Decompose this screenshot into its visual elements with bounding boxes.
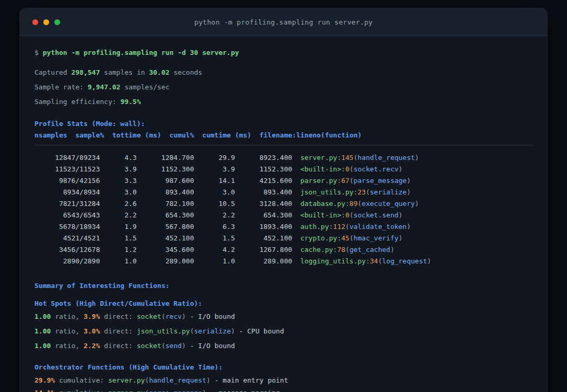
- table-row: 4521/45211.5452.1001.5452.100crypto.py:4…: [34, 233, 533, 244]
- nsamples-cell: 2890/2890: [34, 256, 100, 267]
- efficiency-value: 99.5%: [120, 98, 141, 106]
- line-number: 89: [350, 200, 358, 207]
- role-note: - main entry point: [211, 376, 288, 384]
- line-number: 145: [341, 154, 353, 162]
- cumul-pct-cell: 29.9: [194, 152, 235, 164]
- sample-pct-cell: 4.3: [100, 152, 136, 164]
- cumul-pct-cell: 14.1: [194, 175, 235, 187]
- tottime-cell: 987.600: [137, 175, 194, 187]
- module-name: json_utils.py: [137, 327, 190, 335]
- line-number: 0: [345, 165, 350, 173]
- table-row: 9876/421563.3987.60014.14215.600parser.p…: [34, 175, 533, 187]
- ratio-value: 1.00: [34, 313, 51, 320]
- cumul-pct-cell: 1.5: [194, 233, 235, 244]
- command-text: python -m profiling.sampling run -d 30 s…: [43, 49, 239, 56]
- cumtime-cell: 1893.400: [235, 221, 292, 233]
- cumtime-cell: 654.300: [235, 210, 292, 221]
- location-cell: database.py:89(execute_query): [300, 198, 533, 210]
- sample-pct-cell: 1.9: [100, 221, 136, 233]
- efficiency-label: Sampling efficiency:: [34, 98, 120, 106]
- line-number: 23: [357, 188, 366, 196]
- open-paren: (: [145, 376, 149, 384]
- file-name: crypto.py: [300, 234, 337, 242]
- table-row: 3456/126781.2345.6004.21267.800cache.py:…: [34, 244, 533, 256]
- nsamples-cell: 12847/89234: [34, 152, 100, 164]
- location-cell: parser.py:67(parse_message): [300, 175, 533, 187]
- file-name: parser.py: [300, 177, 337, 185]
- table-row: 11523/115233.91152.3003.91152.300<built-…: [34, 164, 533, 175]
- close-paren: ): [182, 342, 186, 350]
- cumul-pct-cell: 4.2: [194, 244, 235, 256]
- function-name: validate_token: [350, 223, 407, 230]
- tottime-cell: 893.400: [137, 187, 194, 198]
- colon: :: [345, 200, 350, 207]
- line-number: 112: [333, 223, 345, 230]
- tottime-cell: 567.800: [137, 221, 194, 233]
- line-number: 34: [370, 257, 378, 265]
- location-cell: auth.py:112(validate_token): [300, 221, 533, 233]
- line-number: 0: [345, 211, 350, 219]
- direct-label: direct:: [100, 327, 136, 335]
- cumul-pct-cell: 1.0: [194, 256, 235, 267]
- location-cell: json_utils.py:23(serialize): [300, 187, 533, 198]
- line-number: 78: [337, 246, 345, 253]
- sample-rate-line: Sample rate: 9,947.02 samples/sec: [34, 82, 533, 93]
- orchestrator-item: 14.1% cumulative: parser.py(parse_messag…: [34, 387, 533, 392]
- close-paren: ): [407, 223, 411, 230]
- cumul-pct-cell: 2.2: [194, 210, 235, 221]
- table-row: 7821/312842.6782.10010.53128.400database…: [34, 198, 533, 210]
- module-name: server.py: [108, 376, 145, 384]
- close-paren: ): [399, 211, 403, 219]
- hot-spots-heading: Hot Spots (High Direct/Cumulative Ratio)…: [34, 298, 533, 309]
- nsamples-cell: 7821/31284: [34, 198, 100, 210]
- sample-pct-cell: 1.2: [100, 244, 136, 256]
- cumtime-cell: 1267.800: [235, 244, 292, 256]
- open-paren: (: [161, 342, 166, 350]
- prompt-symbol: $: [34, 49, 43, 56]
- rate-label: Sample rate:: [34, 83, 88, 91]
- cumul-pct-cell: 10.5: [194, 198, 235, 210]
- table-row: 8934/89343.0893.4003.0893.400json_utils.…: [34, 187, 533, 198]
- seconds-label: seconds: [169, 68, 202, 76]
- cumulative-pct: 29.9%: [34, 376, 55, 384]
- cumtime-cell: 3128.400: [235, 198, 292, 210]
- tottime-cell: 1284.700: [137, 152, 194, 164]
- sample-pct-cell: 1.5: [100, 233, 136, 244]
- bound-note: - I/O bound: [186, 313, 235, 320]
- function-name: handle_request: [149, 376, 206, 384]
- location-cell: <built-in>:0(socket.recv): [300, 164, 533, 175]
- efficiency-line: Sampling efficiency: 99.5%: [34, 96, 533, 108]
- cumulative-pct: 14.1%: [34, 389, 55, 392]
- open-paren: (: [357, 200, 362, 207]
- terminal-titlebar: python -m profiling.sampling run server.…: [20, 8, 547, 36]
- window-title: python -m profiling.sampling run server.…: [20, 18, 547, 26]
- sample-pct-cell: 3.9: [100, 164, 136, 175]
- table-row: 5678/189341.9567.8006.31893.400auth.py:1…: [34, 221, 533, 233]
- table-divider: [34, 145, 533, 145]
- file-name: cache.py: [300, 246, 333, 253]
- close-paren: ): [415, 200, 419, 207]
- cumtime-cell: 4215.600: [235, 175, 292, 187]
- close-paren: ): [390, 246, 395, 253]
- tottime-cell: 654.300: [137, 210, 194, 221]
- open-paren: (: [145, 389, 149, 392]
- function-name: recv: [166, 313, 182, 320]
- close-paren: ): [182, 313, 186, 320]
- terminal-window: python -m profiling.sampling run server.…: [20, 8, 547, 392]
- nsamples-cell: 9876/42156: [34, 175, 100, 187]
- function-name: execute_query: [362, 200, 415, 207]
- ratio-value: 1.00: [34, 342, 51, 350]
- nsamples-cell: 11523/11523: [34, 164, 100, 175]
- ratio-value: 1.00: [34, 327, 51, 335]
- bound-note: - CPU bound: [235, 327, 284, 335]
- table-row: 6543/65432.2654.3002.2654.300<built-in>:…: [34, 210, 533, 221]
- colon: :: [341, 211, 345, 219]
- location-cell: crypto.py:45(hmac_verify): [300, 233, 533, 244]
- hot-spot-item: 1.00 ratio, 3.0% direct: json_utils.py(s…: [34, 326, 533, 337]
- function-name: serialize: [370, 188, 407, 196]
- duration-value: 30.02: [149, 68, 169, 76]
- cumul-pct-cell: 3.9: [194, 164, 235, 175]
- orchestrator-item: 29.9% cumulative: server.py(handle_reque…: [34, 375, 533, 386]
- colon: :: [337, 234, 341, 242]
- module-name: parser.py: [108, 389, 145, 392]
